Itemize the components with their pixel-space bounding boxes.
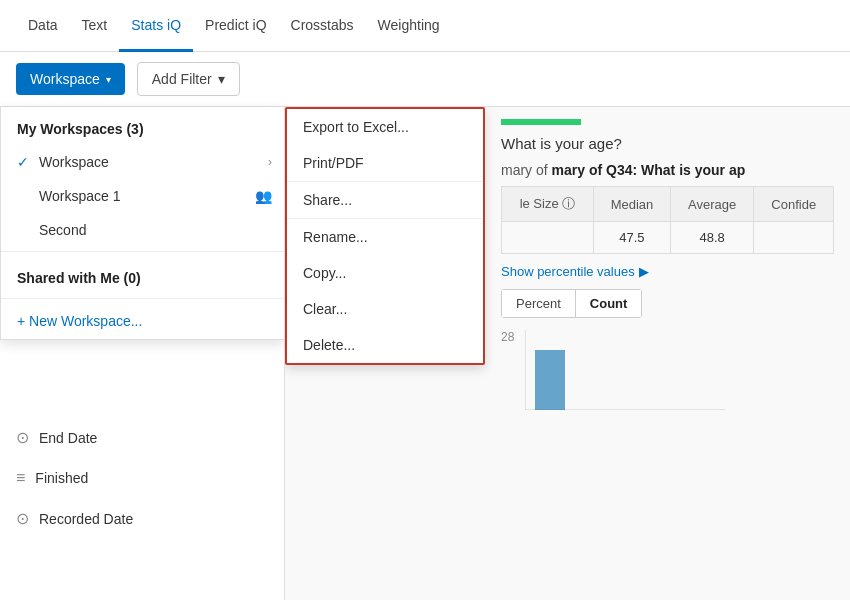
shared-with-me-title: Shared with Me (0)	[1, 256, 284, 294]
workspace1-item-label: Workspace 1	[39, 188, 120, 204]
show-percentile-link[interactable]: Show percentile values ▶	[501, 264, 834, 279]
new-workspace-button[interactable]: + New Workspace...	[1, 303, 284, 339]
table-row: 47.5 48.8	[502, 222, 834, 254]
sidebar-item-finished[interactable]: ≡ Finished	[0, 458, 284, 498]
dropdown-divider-1	[1, 251, 284, 252]
arrow-right-icon: ▶	[639, 264, 649, 279]
svg-rect-2	[535, 350, 565, 410]
sidebar-label-finished: Finished	[35, 470, 88, 486]
nav-text[interactable]: Text	[70, 1, 120, 52]
right-content: What is your age? mary of mary of Q34: W…	[485, 107, 850, 442]
toolbar: Workspace ▾ Add Filter ▾	[0, 52, 850, 107]
nav-weighting[interactable]: Weighting	[366, 1, 452, 52]
context-rename[interactable]: Rename...	[287, 219, 483, 255]
question-title: What is your age?	[501, 135, 834, 152]
people-icon: 👥	[255, 188, 272, 204]
col-average: Average	[671, 187, 754, 222]
nav-statsiq[interactable]: Stats iQ	[119, 1, 193, 52]
sidebar-item-recorded-date[interactable]: ⊙ Recorded Date	[0, 498, 284, 539]
context-copy[interactable]: Copy...	[287, 255, 483, 291]
workspace-item-workspace1[interactable]: Workspace 1 👥	[1, 179, 284, 213]
context-export-excel[interactable]: Export to Excel...	[287, 109, 483, 145]
workspace-dropdown: My Workspaces (3) ✓ Workspace › Workspac…	[0, 107, 285, 340]
y-axis-28-label: 28	[501, 330, 514, 344]
green-accent-bar	[501, 119, 581, 125]
my-workspaces-title: My Workspaces (3)	[1, 107, 284, 145]
context-share[interactable]: Share...	[287, 182, 483, 218]
percent-count-tabs: Percent Count	[501, 289, 642, 318]
context-delete[interactable]: Delete...	[287, 327, 483, 363]
right-panel: Export to Excel... Print/PDF Share... Re…	[285, 107, 850, 600]
clock-icon: ⊙	[16, 428, 29, 447]
stats-table: le Size ⓘ Median Average Confide 47.5 48…	[501, 186, 834, 254]
cell-median: 47.5	[593, 222, 670, 254]
workspace-item-label: Workspace	[39, 154, 109, 170]
main-area: My Workspaces (3) ✓ Workspace › Workspac…	[0, 107, 850, 600]
nav-crosstabs[interactable]: Crosstabs	[279, 1, 366, 52]
nav-predictiq[interactable]: Predict iQ	[193, 1, 278, 52]
workspace-button[interactable]: Workspace ▾	[16, 63, 125, 95]
question-ref: mary of Q34: What is your ap	[552, 162, 746, 178]
chevron-down-icon: ▾	[106, 74, 111, 85]
col-confidence: Confide	[754, 187, 834, 222]
second-item-label: Second	[39, 222, 86, 238]
context-print-pdf[interactable]: Print/PDF	[287, 145, 483, 181]
bar-chart	[525, 330, 725, 410]
show-percentile-label: Show percentile values	[501, 264, 635, 279]
sidebar-label-recorded-date: Recorded Date	[39, 511, 133, 527]
top-navigation: Data Text Stats iQ Predict iQ Crosstabs …	[0, 0, 850, 52]
dropdown-divider-2	[1, 298, 284, 299]
add-filter-button[interactable]: Add Filter ▾	[137, 62, 240, 96]
summary-text: mary of mary of Q34: What is your ap	[501, 162, 834, 178]
workspace-label: Workspace	[30, 71, 100, 87]
workspace-item-workspace[interactable]: ✓ Workspace ›	[1, 145, 284, 179]
add-filter-label: Add Filter	[152, 71, 212, 87]
new-workspace-label: + New Workspace...	[17, 313, 142, 329]
cell-confidence	[754, 222, 834, 254]
context-menu: Export to Excel... Print/PDF Share... Re…	[285, 107, 485, 365]
sidebar-label-end-date: End Date	[39, 430, 97, 446]
sidebar-item-end-date[interactable]: ⊙ End Date	[0, 417, 284, 458]
check-icon: ✓	[17, 154, 31, 170]
left-panel: My Workspaces (3) ✓ Workspace › Workspac…	[0, 107, 285, 600]
col-sample-size: le Size ⓘ	[502, 187, 594, 222]
tab-percent[interactable]: Percent	[502, 290, 575, 317]
workspace-item-second[interactable]: Second	[1, 213, 284, 247]
chart-area: 28	[501, 330, 834, 430]
cell-sample-size	[502, 222, 594, 254]
nav-data[interactable]: Data	[16, 1, 70, 52]
list-icon: ≡	[16, 469, 25, 487]
tab-count[interactable]: Count	[575, 290, 642, 317]
col-median: Median	[593, 187, 670, 222]
arrow-icon: ›	[268, 155, 272, 169]
chevron-down-icon-filter: ▾	[218, 71, 225, 87]
context-clear[interactable]: Clear...	[287, 291, 483, 327]
cell-average: 48.8	[671, 222, 754, 254]
calendar-icon: ⊙	[16, 509, 29, 528]
